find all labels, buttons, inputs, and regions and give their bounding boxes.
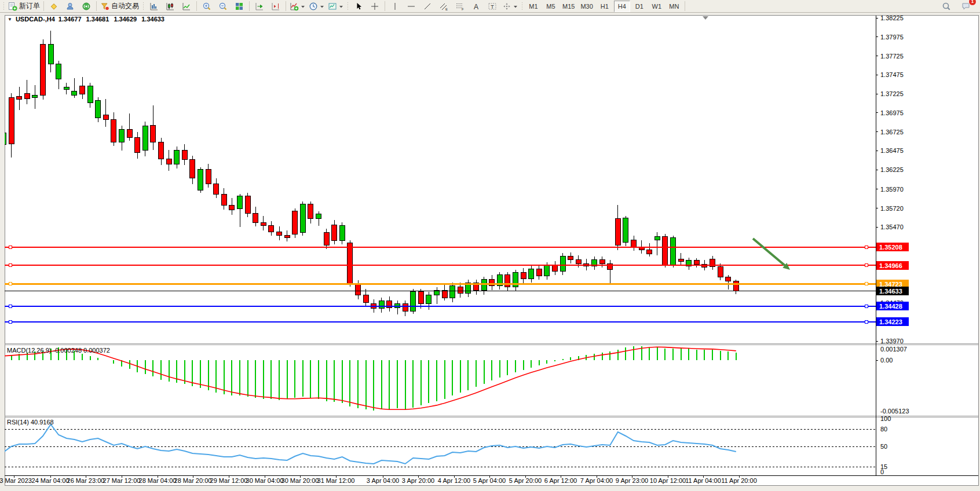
candle[interactable] — [229, 205, 235, 210]
candle[interactable] — [206, 170, 211, 184]
candle[interactable] — [671, 238, 676, 265]
fibonacci-button[interactable]: F — [452, 0, 468, 13]
candle[interactable] — [96, 100, 101, 118]
candle[interactable] — [9, 97, 14, 144]
timeframe-button-MN[interactable]: MN — [666, 1, 682, 12]
candle[interactable] — [615, 219, 620, 246]
candle[interactable] — [608, 263, 613, 269]
candle[interactable] — [17, 97, 22, 100]
candle[interactable] — [481, 280, 487, 290]
cursor-button[interactable] — [350, 0, 367, 13]
timeframe-button-H1[interactable]: H1 — [597, 1, 613, 12]
line-anchor-marker[interactable] — [9, 320, 12, 323]
candle[interactable] — [151, 126, 156, 142]
candle[interactable] — [536, 269, 542, 276]
candle[interactable] — [411, 292, 416, 312]
candle[interactable] — [316, 214, 321, 219]
dropdown-arrow-icon[interactable] — [301, 2, 305, 10]
zoom-in-button[interactable] — [199, 0, 215, 13]
toolbar-grip[interactable] — [346, 2, 349, 11]
candle[interactable] — [576, 260, 581, 264]
dropdown-arrow-icon[interactable] — [339, 2, 343, 10]
search-button[interactable] — [938, 0, 955, 13]
candle[interactable] — [245, 196, 250, 214]
candle[interactable] — [663, 236, 668, 265]
arrows-button[interactable] — [500, 0, 520, 13]
candle[interactable] — [489, 280, 495, 285]
templates-button[interactable] — [326, 0, 345, 13]
toolbar-grip[interactable] — [142, 2, 145, 11]
auto-trading-button[interactable]: 自动交易 — [98, 0, 141, 13]
candle[interactable] — [292, 211, 298, 234]
candle[interactable] — [72, 91, 77, 96]
candle[interactable] — [32, 95, 38, 97]
line-anchor-marker[interactable] — [9, 305, 12, 307]
timeframe-button-M15[interactable]: M15 — [560, 1, 577, 12]
candle[interactable] — [253, 214, 258, 223]
candle[interactable] — [135, 138, 140, 153]
candle[interactable] — [103, 115, 108, 119]
timeframe-button-M30[interactable]: M30 — [578, 1, 595, 12]
candle[interactable] — [694, 261, 699, 265]
candle[interactable] — [442, 290, 447, 298]
line-anchor-marker[interactable] — [865, 246, 868, 248]
candle[interactable] — [111, 119, 116, 142]
candle[interactable] — [450, 285, 455, 298]
toolbar-grip[interactable] — [521, 2, 524, 11]
one-click-trading-arrow-icon[interactable]: ▼ — [8, 17, 12, 22]
line-chart-button[interactable] — [178, 0, 195, 13]
candle[interactable] — [654, 236, 660, 240]
candle[interactable] — [403, 304, 408, 312]
zoom-out-button[interactable] — [215, 0, 231, 13]
candle[interactable] — [560, 256, 565, 271]
dropdown-arrow-icon[interactable] — [320, 2, 324, 10]
timeframe-button-M1[interactable]: M1 — [525, 1, 542, 12]
community-button[interactable] — [62, 0, 78, 13]
candle[interactable] — [332, 225, 337, 241]
periods-button[interactable] — [307, 0, 326, 13]
candle[interactable] — [1, 133, 6, 145]
candle[interactable] — [553, 265, 558, 271]
line-anchor-marker[interactable] — [865, 283, 868, 285]
candle[interactable] — [426, 295, 432, 304]
candle[interactable] — [678, 259, 683, 261]
candle[interactable] — [631, 240, 637, 247]
candle[interactable] — [269, 226, 274, 232]
vertical-line-button[interactable] — [387, 0, 403, 13]
news-signal-button[interactable] — [78, 0, 94, 13]
candle[interactable] — [505, 275, 510, 287]
candle[interactable] — [339, 226, 345, 241]
candle[interactable] — [166, 159, 171, 164]
candle[interactable] — [119, 129, 125, 142]
candle[interactable] — [718, 266, 723, 277]
dropdown-arrow-icon[interactable] — [513, 2, 518, 10]
candle[interactable] — [277, 232, 282, 236]
candle[interactable] — [363, 295, 368, 302]
toolbar-grip[interactable] — [2, 2, 5, 11]
candle[interactable] — [48, 44, 53, 64]
auto-scroll-button[interactable] — [251, 0, 268, 13]
candle[interactable] — [159, 142, 164, 159]
timeframe-button-H4[interactable]: H4 — [614, 1, 630, 12]
candle[interactable] — [733, 281, 738, 291]
candle[interactable] — [521, 273, 526, 279]
candle[interactable] — [379, 301, 384, 308]
candle[interactable] — [64, 87, 69, 90]
candle[interactable] — [87, 86, 93, 102]
mql5-market-button[interactable] — [46, 0, 62, 13]
line-anchor-marker[interactable] — [865, 264, 868, 267]
candle[interactable] — [568, 256, 573, 260]
new-order-button[interactable]: 新订单 — [6, 0, 42, 13]
text-label-button[interactable]: T — [484, 0, 500, 13]
candle[interactable] — [544, 265, 550, 276]
line-anchor-marker[interactable] — [9, 246, 12, 248]
timeframe-button-W1[interactable]: W1 — [649, 1, 665, 12]
candle[interactable] — [348, 243, 353, 284]
candle[interactable] — [127, 129, 132, 137]
candlestick-chart-button[interactable] — [162, 0, 178, 13]
candle[interactable] — [41, 44, 46, 95]
line-anchor-marker[interactable] — [865, 320, 868, 323]
candle[interactable] — [647, 250, 652, 254]
candle[interactable] — [190, 160, 195, 178]
candle[interactable] — [182, 151, 187, 160]
